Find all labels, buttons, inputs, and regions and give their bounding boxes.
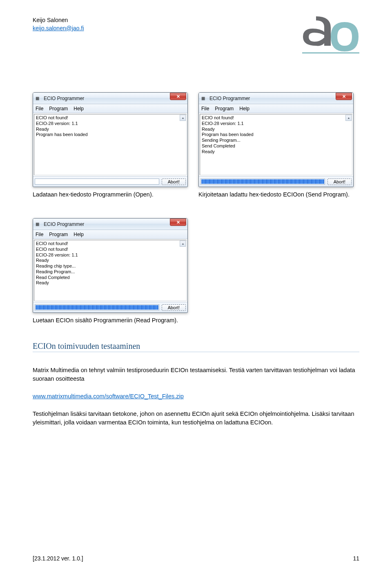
scroll-up-button[interactable]: ▴: [345, 115, 352, 121]
log-line: Ready: [36, 280, 185, 286]
svg-rect-0: [302, 52, 359, 54]
close-icon: ✕: [176, 94, 180, 99]
page-footer: [23.1.2012 ver. 1.0.] 11: [33, 555, 359, 562]
window-title: ECIO Programmer: [209, 96, 250, 101]
menu-file[interactable]: File: [201, 106, 209, 112]
menu-help[interactable]: Help: [239, 106, 249, 112]
paragraph-requirements: Testiohjelman lisäksi tarvitaan tietokon…: [33, 410, 359, 427]
log-line: ECIO-28 version: 1.1: [202, 121, 350, 127]
log-line: Ready: [36, 258, 185, 263]
menu-file[interactable]: File: [36, 232, 43, 237]
log-textarea[interactable]: ▴ ECIO not found! ECIO-28 version: 1.1 R…: [200, 114, 352, 175]
chevron-up-icon: ▴: [348, 116, 350, 120]
ecio-programmer-window-2: ▦ ECIO Programmer ✕ File Program Help ▴ …: [198, 92, 354, 187]
log-line: Ready: [202, 149, 350, 155]
statusbar: Abort!: [199, 176, 353, 187]
log-line: ECIO not found!: [36, 241, 185, 247]
log-line: Program has been loaded: [36, 132, 185, 138]
menu-help[interactable]: Help: [74, 106, 84, 112]
progress-bar: [35, 179, 159, 185]
section-heading: ECIOn toimivuuden testaaminen: [33, 341, 359, 352]
abort-button[interactable]: Abort!: [327, 179, 352, 185]
page-header: Keijo Salonen keijo.salonen@jao.fi: [33, 16, 359, 56]
log-textarea[interactable]: ▴ ECIO not found! ECIO-28 version: 1.1 R…: [34, 114, 187, 175]
titlebar[interactable]: ▦ ECIO Programmer ✕: [33, 93, 187, 104]
ao-logo: [302, 16, 359, 56]
menubar: File Program Help: [199, 104, 353, 113]
window-title: ECIO Programmer: [44, 96, 84, 101]
window-app-icon: ▦: [201, 96, 207, 101]
log-line: ECIO-28 version: 1.1: [36, 252, 185, 258]
statusbar: Abort!: [33, 302, 187, 312]
progress-bar: [35, 304, 159, 310]
log-line: ECIO not found!: [202, 115, 350, 121]
window-app-icon: ▦: [36, 221, 41, 227]
menubar: File Program Help: [33, 230, 187, 239]
close-button[interactable]: ✕: [170, 219, 186, 226]
menu-file[interactable]: File: [36, 106, 43, 112]
menu-help[interactable]: Help: [74, 232, 84, 237]
menubar: File Program Help: [33, 104, 187, 113]
download-link[interactable]: www.matrixmultimedia.com/software/ECIO_T…: [33, 393, 184, 399]
caption-send: Kirjoitetaan ladattu hex-tiedosto ECIOon…: [198, 191, 354, 198]
footer-version: [23.1.2012 ver. 1.0.]: [33, 555, 83, 562]
log-line: Ready: [36, 127, 185, 132]
log-line: Read Completed: [36, 275, 185, 281]
log-line: ECIO not found!: [36, 115, 185, 121]
footer-page-number: 11: [353, 555, 359, 562]
titlebar[interactable]: ▦ ECIO Programmer ✕: [199, 93, 353, 104]
log-line: Ready: [202, 127, 350, 132]
log-line: Send Completed: [202, 143, 350, 149]
log-line: Reading chip type...: [36, 263, 185, 269]
ecio-programmer-window-1: ▦ ECIO Programmer ✕ File Program Help ▴ …: [33, 92, 188, 187]
ecio-programmer-window-3: ▦ ECIO Programmer ✕ File Program Help ▴ …: [33, 218, 188, 313]
chevron-up-icon: ▴: [182, 242, 184, 245]
close-icon: ✕: [342, 94, 346, 99]
author-email-link[interactable]: keijo.salonen@jao.fi: [33, 25, 84, 31]
log-line: ECIO-28 version: 1.1: [36, 121, 185, 127]
close-icon: ✕: [176, 220, 180, 225]
scroll-up-button[interactable]: ▴: [180, 241, 186, 247]
close-button[interactable]: ✕: [336, 93, 352, 100]
log-line: Sending Program...: [202, 138, 350, 143]
caption-read: Luetaan ECIOn sisältö Programmeriin (Rea…: [33, 317, 359, 324]
progress-bar: [200, 179, 325, 185]
abort-button[interactable]: Abort!: [162, 304, 186, 311]
close-button[interactable]: ✕: [170, 93, 186, 100]
statusbar: Abort!: [33, 176, 187, 187]
titlebar[interactable]: ▦ ECIO Programmer ✕: [33, 219, 187, 230]
window-title: ECIO Programmer: [44, 221, 84, 227]
log-line: Program has been loaded: [202, 132, 350, 138]
abort-button[interactable]: Abort!: [162, 179, 186, 185]
menu-program[interactable]: Program: [49, 232, 68, 237]
author-name: Keijo Salonen: [33, 16, 84, 25]
log-line: ECIO not found!: [36, 247, 185, 252]
scroll-up-button[interactable]: ▴: [180, 115, 186, 121]
menu-program[interactable]: Program: [215, 106, 234, 112]
caption-open: Ladataan hex-tiedosto Programmeriin (Ope…: [33, 191, 188, 198]
log-textarea[interactable]: ▴ ECIO not found! ECIO not found! ECIO-2…: [34, 240, 187, 301]
log-line: Reading Program...: [36, 269, 185, 275]
chevron-up-icon: ▴: [182, 116, 184, 120]
window-app-icon: ▦: [36, 96, 41, 101]
paragraph-intro: Matrix Multimedia on tehnyt valmiin test…: [33, 366, 359, 383]
menu-program[interactable]: Program: [49, 106, 68, 112]
